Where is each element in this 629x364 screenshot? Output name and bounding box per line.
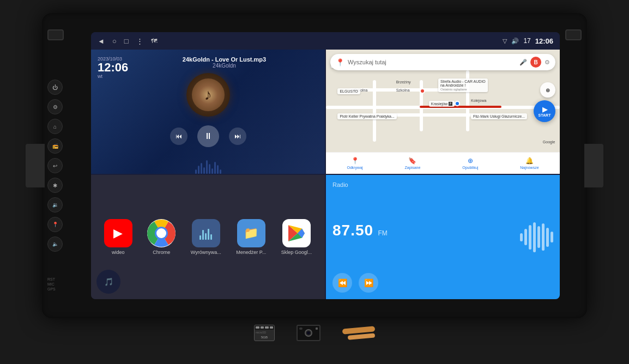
radio-panel: Radio 87.50 FM ⏪ ⏩ [326, 175, 560, 299]
song-artist: 24kGoldn [130, 63, 318, 69]
nav-home-icon[interactable]: ○ [112, 37, 117, 45]
camera-flash [316, 327, 318, 330]
nav-maps-icon[interactable]: 🗺 [151, 38, 157, 44]
radio-label: Radio [332, 181, 553, 188]
map-settings-icon[interactable]: ⚙ [545, 59, 550, 66]
radio-wave [520, 221, 553, 253]
map-publish-button[interactable]: ⊕ Opublikuj [462, 157, 478, 169]
camera-body [297, 325, 320, 341]
date-time-block: 2023/10/03 12:06 wt [98, 56, 128, 79]
power-button[interactable]: ⏻ [47, 80, 63, 95]
vol-down-button[interactable]: 🔉 [47, 197, 63, 213]
settings-button[interactable]: ⚙ [47, 99, 63, 114]
compass-button[interactable]: ⊕ [540, 82, 555, 98]
place-strefa: Strefa Audio - CAR AUDIOna Androidzie !O… [438, 78, 488, 92]
nav-back-icon[interactable]: ◄ [98, 37, 105, 45]
map-mic-icon[interactable]: 🎤 [519, 59, 527, 66]
radio-band: FM [378, 229, 388, 237]
day-display: wt [98, 74, 128, 79]
equalizer-icon [192, 219, 220, 247]
newest-label: Najnowsze [520, 166, 539, 169]
place-brzeziny: Brzeżiny [396, 80, 411, 84]
nav-menu-icon[interactable]: ⋮ [136, 37, 143, 45]
side-buttons: ⏻ ⚙ ⌂ 📻 ↩ ✱ 🔉 📍 🔈 [47, 80, 63, 252]
apps-grid: ▶ wideo [96, 219, 319, 255]
place-keller: Piotr Keller Prywatna Praktyka... [337, 113, 396, 119]
accessories-row: 5GB microSD [254, 325, 375, 341]
sdcard-label: 5GB [255, 336, 274, 339]
vol-down2-button[interactable]: 🔈 [47, 236, 63, 252]
app-files[interactable]: 📁 Menedżer P... [236, 219, 266, 255]
chrome-icon [147, 219, 176, 247]
nav-recent-icon[interactable]: □ [124, 37, 129, 45]
playback-controls: ⏮ ⏸ ⏭ [98, 125, 318, 147]
prytool-shadow [348, 333, 376, 339]
map-search-text: Wyszukaj tutaj [348, 59, 516, 65]
chrome-label: Chrome [153, 250, 170, 255]
radio-prev-button[interactable]: ⏪ [332, 273, 352, 293]
wideo-label: wideo [112, 250, 125, 255]
status-time: 12:06 [535, 37, 553, 45]
map-user-icon[interactable]: B [530, 57, 541, 68]
sdcard-body: 5GB microSD [254, 325, 275, 341]
next-button[interactable]: ⏭ [229, 128, 246, 145]
map-discover-button[interactable]: 📍 Odkrywaj [347, 157, 362, 169]
road-label-kolejowa: Kolejowa [471, 99, 486, 102]
map-search-bar[interactable]: 📍 Wyszukaj tutaj 🎤 B ⚙ [330, 54, 555, 70]
back-button[interactable]: ↩ [47, 158, 63, 173]
map-marker-2[interactable] [420, 88, 425, 94]
place-elgusto: ELGUSTO [337, 88, 360, 94]
gps-button[interactable]: 📍 [47, 217, 63, 232]
main-content: 2023/10/03 12:06 wt 24kGoldn - Love Or L… [91, 50, 560, 299]
bracket-left [26, 144, 45, 187]
files-folder-icon: 📁 [244, 226, 258, 240]
audio-indicator[interactable]: 🎵 [96, 270, 120, 294]
app-equalizer[interactable]: Wyrównywa... [191, 219, 221, 255]
radio-controls: ⏪ ⏩ [332, 273, 553, 293]
status-bar: ◄ ○ □ ⋮ 🗺 ▽ 🔊 17 12:06 [91, 32, 560, 50]
sdcard-contacts [255, 325, 274, 330]
svg-point-2 [156, 228, 166, 238]
map-marker-3[interactable] [455, 101, 460, 106]
files-label: Menedżer P... [236, 250, 266, 255]
newest-icon: 🔔 [525, 157, 534, 165]
radio-button[interactable]: 📻 [47, 138, 63, 154]
rst-label: RST [47, 277, 56, 281]
map-panel[interactable]: 📍 Wyszukaj tutaj 🎤 B ⚙ [326, 50, 560, 174]
road-label-szkolna2: Szkolna [396, 88, 410, 92]
app-playstore[interactable]: Sklep Googl... [281, 219, 312, 255]
mic-label: MIC [47, 282, 56, 286]
youtube-play-icon: ▶ [113, 226, 123, 240]
bluetooth-button[interactable]: ✱ [47, 178, 63, 193]
sdcard-item: 5GB microSD [254, 325, 275, 341]
play-pause-button[interactable]: ⏸ [197, 125, 219, 147]
saved-label: Zapisane [405, 166, 421, 169]
car-unit: ⏻ ⚙ ⌂ 📻 ↩ ✱ 🔉 📍 🔈 RST MIC GPS ◄ ○ □ [42, 13, 587, 318]
wideo-icon: ▶ [104, 219, 132, 247]
status-right: ▽ 🔊 17 12:06 [503, 37, 553, 45]
sdcard-accessory: 5GB microSD [254, 325, 275, 341]
eq-bars [199, 227, 212, 240]
wifi-icon: ▽ [503, 38, 507, 45]
map-saved-button[interactable]: 🔖 Zapisane [405, 157, 421, 169]
camera-lens-inner [307, 331, 310, 335]
map-newest-button[interactable]: 🔔 Najnowsze [520, 157, 539, 169]
nav-icons: ◄ ○ □ ⋮ 🗺 [98, 37, 157, 45]
signal-number: 17 [523, 37, 530, 45]
bracket-right [584, 144, 603, 187]
start-navigation-button[interactable]: ▶ START [534, 100, 555, 122]
files-icon: 📁 [237, 219, 265, 247]
equalizer-wave [91, 157, 325, 174]
app-chrome[interactable]: Chrome [147, 219, 176, 255]
publish-label: Opublikuj [462, 166, 478, 169]
bottom-labels: RST MIC GPS [47, 277, 56, 291]
radio-next-button[interactable]: ⏩ [359, 273, 378, 293]
album-art: ♪ [186, 73, 230, 117]
discover-label: Odkrywaj [347, 166, 362, 169]
start-label: START [539, 113, 551, 117]
prev-button[interactable]: ⏮ [170, 128, 188, 145]
home-button[interactable]: ⌂ [47, 119, 63, 134]
prytool-accessory [342, 327, 375, 339]
apps-panel: 🎵 ▶ wideo [91, 175, 325, 299]
app-wideo[interactable]: ▶ wideo [104, 219, 132, 255]
